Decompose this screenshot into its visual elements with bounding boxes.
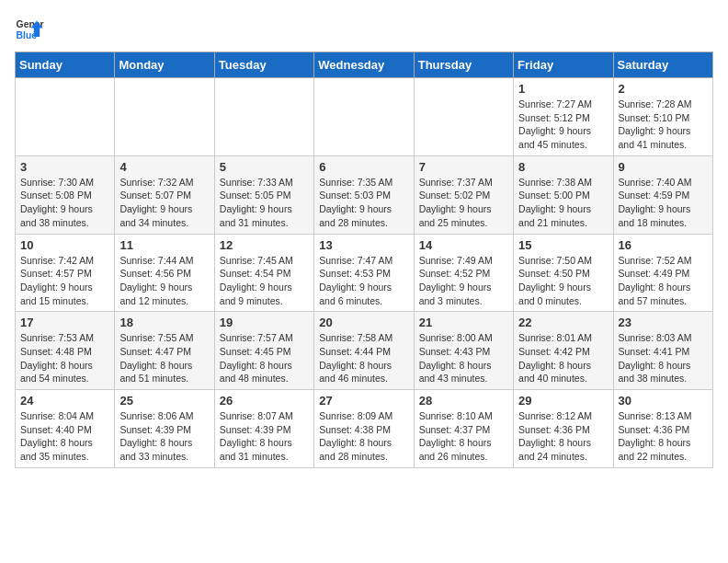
- day-number: 24: [20, 394, 109, 408]
- day-info: Sunrise: 7:37 AM Sunset: 5:02 PM Dayligh…: [419, 176, 508, 230]
- calendar-week-row: 24Sunrise: 8:04 AM Sunset: 4:40 PM Dayli…: [16, 390, 713, 468]
- calendar-cell: 3Sunrise: 7:30 AM Sunset: 5:08 PM Daylig…: [16, 155, 115, 234]
- day-number: 11: [119, 238, 209, 252]
- calendar-cell: 29Sunrise: 8:12 AM Sunset: 4:36 PM Dayli…: [514, 390, 613, 468]
- day-info: Sunrise: 8:06 AM Sunset: 4:39 PM Dayligh…: [119, 409, 209, 464]
- day-info: Sunrise: 8:00 AM Sunset: 4:43 PM Dayligh…: [419, 331, 508, 385]
- calendar-cell: 19Sunrise: 7:57 AM Sunset: 4:45 PM Dayli…: [214, 312, 313, 390]
- day-info: Sunrise: 7:33 AM Sunset: 5:05 PM Dayligh…: [220, 176, 309, 230]
- day-info: Sunrise: 7:40 AM Sunset: 4:59 PM Dayligh…: [619, 176, 708, 230]
- day-number: 25: [119, 394, 209, 408]
- calendar-cell: 11Sunrise: 7:44 AM Sunset: 4:56 PM Dayli…: [115, 234, 214, 312]
- calendar-cell: 9Sunrise: 7:40 AM Sunset: 4:59 PM Daylig…: [613, 155, 712, 234]
- calendar-header-row: SundayMondayTuesdayWednesdayThursdayFrid…: [16, 52, 713, 78]
- calendar-week-row: 1Sunrise: 7:27 AM Sunset: 5:12 PM Daylig…: [16, 78, 713, 156]
- day-info: Sunrise: 7:45 AM Sunset: 4:54 PM Dayligh…: [220, 254, 309, 308]
- calendar-cell: [214, 78, 313, 156]
- day-info: Sunrise: 7:55 AM Sunset: 4:47 PM Dayligh…: [119, 331, 209, 385]
- calendar-cell: 8Sunrise: 7:38 AM Sunset: 5:00 PM Daylig…: [514, 155, 613, 234]
- day-number: 28: [419, 394, 508, 408]
- day-header-saturday: Saturday: [613, 52, 712, 78]
- calendar-cell: 15Sunrise: 7:50 AM Sunset: 4:50 PM Dayli…: [514, 234, 613, 312]
- day-info: Sunrise: 7:57 AM Sunset: 4:45 PM Dayligh…: [220, 331, 309, 385]
- day-number: 4: [119, 160, 209, 174]
- day-info: Sunrise: 7:28 AM Sunset: 5:10 PM Dayligh…: [619, 98, 708, 152]
- calendar-cell: 22Sunrise: 8:01 AM Sunset: 4:42 PM Dayli…: [514, 312, 613, 390]
- calendar-week-row: 3Sunrise: 7:30 AM Sunset: 5:08 PM Daylig…: [16, 155, 713, 234]
- day-number: 10: [20, 238, 109, 252]
- day-number: 30: [619, 394, 708, 408]
- calendar-cell: 20Sunrise: 7:58 AM Sunset: 4:44 PM Dayli…: [314, 312, 414, 390]
- calendar-cell: [314, 78, 414, 156]
- calendar-cell: 27Sunrise: 8:09 AM Sunset: 4:38 PM Dayli…: [314, 390, 414, 468]
- day-header-sunday: Sunday: [16, 52, 115, 78]
- day-info: Sunrise: 7:53 AM Sunset: 4:48 PM Dayligh…: [20, 331, 109, 385]
- calendar-table: SundayMondayTuesdayWednesdayThursdayFrid…: [15, 52, 713, 468]
- calendar-cell: 30Sunrise: 8:13 AM Sunset: 4:36 PM Dayli…: [613, 390, 712, 468]
- day-header-tuesday: Tuesday: [214, 52, 313, 78]
- day-info: Sunrise: 8:12 AM Sunset: 4:36 PM Dayligh…: [518, 409, 608, 464]
- day-header-friday: Friday: [514, 52, 613, 78]
- calendar-cell: 5Sunrise: 7:33 AM Sunset: 5:05 PM Daylig…: [214, 155, 313, 234]
- calendar-cell: 18Sunrise: 7:55 AM Sunset: 4:47 PM Dayli…: [115, 312, 214, 390]
- day-header-thursday: Thursday: [414, 52, 513, 78]
- day-number: 27: [319, 394, 408, 408]
- day-info: Sunrise: 8:13 AM Sunset: 4:36 PM Dayligh…: [619, 409, 708, 464]
- page-header: General Blue: [15, 15, 713, 44]
- day-number: 15: [518, 238, 608, 252]
- day-number: 7: [419, 160, 508, 174]
- day-info: Sunrise: 8:07 AM Sunset: 4:39 PM Dayligh…: [220, 409, 309, 464]
- calendar-cell: 24Sunrise: 8:04 AM Sunset: 4:40 PM Dayli…: [16, 390, 115, 468]
- day-number: 29: [518, 394, 608, 408]
- calendar-cell: 1Sunrise: 7:27 AM Sunset: 5:12 PM Daylig…: [514, 78, 613, 156]
- logo-icon: General Blue: [15, 15, 44, 44]
- day-number: 20: [319, 316, 408, 329]
- calendar-cell: 16Sunrise: 7:52 AM Sunset: 4:49 PM Dayli…: [613, 234, 712, 312]
- day-number: 9: [619, 160, 708, 174]
- calendar-cell: 2Sunrise: 7:28 AM Sunset: 5:10 PM Daylig…: [613, 78, 712, 156]
- day-header-wednesday: Wednesday: [314, 52, 414, 78]
- day-info: Sunrise: 7:35 AM Sunset: 5:03 PM Dayligh…: [319, 176, 408, 230]
- day-info: Sunrise: 7:50 AM Sunset: 4:50 PM Dayligh…: [518, 254, 608, 308]
- day-info: Sunrise: 7:32 AM Sunset: 5:07 PM Dayligh…: [119, 176, 209, 230]
- day-info: Sunrise: 7:58 AM Sunset: 4:44 PM Dayligh…: [319, 331, 408, 385]
- day-info: Sunrise: 7:30 AM Sunset: 5:08 PM Dayligh…: [20, 176, 109, 230]
- day-number: 5: [220, 160, 309, 174]
- day-number: 14: [419, 238, 508, 252]
- day-info: Sunrise: 7:52 AM Sunset: 4:49 PM Dayligh…: [619, 254, 708, 308]
- day-number: 17: [20, 316, 109, 329]
- day-info: Sunrise: 7:47 AM Sunset: 4:53 PM Dayligh…: [319, 254, 408, 308]
- calendar-cell: 17Sunrise: 7:53 AM Sunset: 4:48 PM Dayli…: [16, 312, 115, 390]
- calendar-cell: 26Sunrise: 8:07 AM Sunset: 4:39 PM Dayli…: [214, 390, 313, 468]
- day-info: Sunrise: 7:49 AM Sunset: 4:52 PM Dayligh…: [419, 254, 508, 308]
- day-info: Sunrise: 8:03 AM Sunset: 4:41 PM Dayligh…: [619, 331, 708, 385]
- calendar-cell: [115, 78, 214, 156]
- day-info: Sunrise: 7:38 AM Sunset: 5:00 PM Dayligh…: [518, 176, 608, 230]
- day-number: 3: [20, 160, 109, 174]
- calendar-week-row: 17Sunrise: 7:53 AM Sunset: 4:48 PM Dayli…: [16, 312, 713, 390]
- calendar-cell: 7Sunrise: 7:37 AM Sunset: 5:02 PM Daylig…: [414, 155, 513, 234]
- day-number: 19: [220, 316, 309, 329]
- day-number: 23: [619, 316, 708, 329]
- day-number: 8: [518, 160, 608, 174]
- day-info: Sunrise: 8:04 AM Sunset: 4:40 PM Dayligh…: [20, 409, 109, 464]
- day-number: 26: [220, 394, 309, 408]
- day-info: Sunrise: 7:42 AM Sunset: 4:57 PM Dayligh…: [20, 254, 109, 308]
- day-number: 1: [518, 82, 608, 96]
- calendar-cell: 13Sunrise: 7:47 AM Sunset: 4:53 PM Dayli…: [314, 234, 414, 312]
- calendar-cell: [414, 78, 513, 156]
- day-number: 22: [518, 316, 608, 329]
- calendar-cell: 6Sunrise: 7:35 AM Sunset: 5:03 PM Daylig…: [314, 155, 414, 234]
- calendar-cell: 28Sunrise: 8:10 AM Sunset: 4:37 PM Dayli…: [414, 390, 513, 468]
- calendar-cell: 25Sunrise: 8:06 AM Sunset: 4:39 PM Dayli…: [115, 390, 214, 468]
- calendar-cell: 4Sunrise: 7:32 AM Sunset: 5:07 PM Daylig…: [115, 155, 214, 234]
- day-header-monday: Monday: [115, 52, 214, 78]
- calendar-cell: 23Sunrise: 8:03 AM Sunset: 4:41 PM Dayli…: [613, 312, 712, 390]
- calendar-cell: 21Sunrise: 8:00 AM Sunset: 4:43 PM Dayli…: [414, 312, 513, 390]
- day-info: Sunrise: 8:10 AM Sunset: 4:37 PM Dayligh…: [419, 409, 508, 464]
- day-number: 6: [319, 160, 408, 174]
- day-info: Sunrise: 7:27 AM Sunset: 5:12 PM Dayligh…: [518, 98, 608, 152]
- day-number: 2: [619, 82, 708, 96]
- day-number: 21: [419, 316, 508, 329]
- day-number: 13: [319, 238, 408, 252]
